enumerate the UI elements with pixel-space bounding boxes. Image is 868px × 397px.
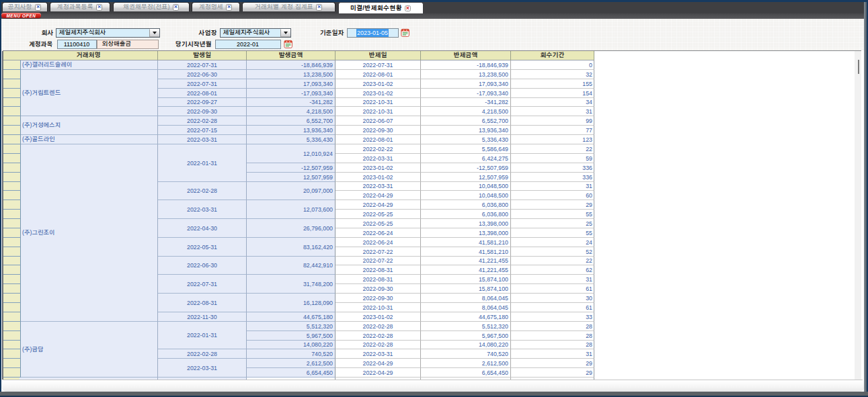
- tab-close-icon[interactable]: ×: [226, 4, 233, 11]
- days-cell[interactable]: 31: [511, 182, 594, 191]
- vendor-cell[interactable]: (주)골드라인: [19, 135, 158, 144]
- column-header-vendor[interactable]: 거래처명: [19, 51, 158, 60]
- days-cell[interactable]: 29: [511, 368, 594, 378]
- row-selector-cell[interactable]: [3, 173, 21, 182]
- days-cell[interactable]: 336: [511, 163, 594, 173]
- repay-amount-cell[interactable]: 5,336,430: [421, 135, 511, 144]
- occur-amount-cell[interactable]: 6,654,450: [247, 368, 336, 378]
- occur-amount-cell[interactable]: 82,442,910: [247, 257, 336, 275]
- row-selector-cell[interactable]: [3, 210, 21, 219]
- row-selector-cell[interactable]: [3, 182, 21, 191]
- row-selector-cell[interactable]: [3, 219, 21, 228]
- occur-date-cell[interactable]: 2022-09-30: [158, 107, 247, 116]
- repay-amount-cell[interactable]: 15,874,100: [421, 284, 511, 294]
- days-cell[interactable]: 29: [511, 359, 594, 368]
- days-cell[interactable]: 22: [511, 144, 594, 154]
- repay-amount-cell[interactable]: -18,846,939: [421, 60, 511, 70]
- column-header-occur_amount[interactable]: 발생금액: [247, 51, 336, 60]
- row-selector-cell[interactable]: [3, 238, 21, 247]
- occur-date-cell[interactable]: 2022-07-31: [158, 275, 247, 294]
- repay-amount-cell[interactable]: 14,080,220: [421, 341, 511, 349]
- row-selector-cell[interactable]: [3, 359, 21, 368]
- occur-date-cell[interactable]: 2022-07-31: [158, 60, 247, 70]
- row-selector-cell[interactable]: [3, 265, 21, 275]
- repay-date-cell[interactable]: 2022-05-25: [336, 210, 421, 219]
- days-cell[interactable]: 30: [511, 294, 594, 303]
- row-selector-cell[interactable]: [3, 135, 21, 144]
- repay-date-cell[interactable]: 2022-09-30: [336, 284, 421, 294]
- occur-date-cell[interactable]: 2022-11-30: [158, 312, 247, 322]
- start-month-input[interactable]: 2022-01: [215, 40, 281, 49]
- repay-amount-cell[interactable]: -12,507,959: [421, 163, 511, 173]
- repay-amount-cell[interactable]: 4,218,500: [421, 107, 511, 116]
- repay-amount-cell[interactable]: 5,967,500: [421, 331, 511, 341]
- repay-amount-cell[interactable]: 2,612,500: [421, 359, 511, 368]
- repay-amount-cell[interactable]: 41,581,210: [421, 238, 511, 247]
- days-cell[interactable]: 29: [511, 200, 594, 210]
- tab-4[interactable]: 계정명세×: [192, 2, 240, 11]
- repay-date-cell[interactable]: 2022-08-31: [336, 265, 421, 275]
- repay-date-cell[interactable]: 2022-10-31: [336, 303, 421, 312]
- days-cell[interactable]: 28: [511, 322, 594, 331]
- row-selector-cell[interactable]: [3, 284, 21, 294]
- repay-date-cell[interactable]: 2022-04-29: [336, 200, 421, 210]
- row-selector-cell[interactable]: [3, 154, 21, 163]
- days-cell[interactable]: 31: [511, 275, 594, 284]
- occur-amount-cell[interactable]: -12,507,959: [247, 163, 336, 173]
- repay-amount-cell[interactable]: 15,874,100: [421, 275, 511, 284]
- occur-date-cell[interactable]: 2022-03-31: [158, 359, 247, 378]
- account-code-input[interactable]: 11100410: [57, 40, 97, 49]
- row-selector-cell[interactable]: [3, 79, 21, 89]
- base-date-calendar-icon[interactable]: [401, 28, 409, 37]
- occur-date-cell[interactable]: 2022-05-31: [158, 238, 247, 257]
- company-select[interactable]: 제일제지주식회사: [56, 28, 160, 38]
- row-selector-cell[interactable]: [3, 341, 21, 349]
- row-selector-cell[interactable]: [3, 303, 21, 312]
- days-cell[interactable]: 99: [511, 116, 594, 126]
- repay-amount-cell[interactable]: -17,093,340: [421, 89, 511, 98]
- occur-amount-cell[interactable]: 44,675,180: [247, 312, 336, 322]
- repay-amount-cell[interactable]: 6,654,450: [421, 368, 511, 378]
- repay-amount-cell[interactable]: 740,520: [421, 349, 511, 359]
- days-cell[interactable]: 32: [511, 70, 594, 79]
- occur-amount-cell[interactable]: 17,093,340: [247, 79, 336, 89]
- start-month-calendar-icon[interactable]: [284, 40, 292, 48]
- vendor-cell[interactable]: (주)거성에스지: [19, 116, 158, 135]
- occur-amount-cell[interactable]: 5,967,500: [247, 331, 336, 341]
- column-header-occur_date[interactable]: 발생일: [158, 51, 247, 60]
- days-cell[interactable]: 52: [511, 247, 594, 257]
- occur-amount-cell[interactable]: -17,093,340: [247, 89, 336, 98]
- site-dropdown-button[interactable]: [280, 29, 290, 37]
- occur-date-cell[interactable]: 2022-09-27: [158, 98, 247, 107]
- column-header-selector[interactable]: [3, 51, 21, 60]
- days-cell[interactable]: 33: [511, 312, 594, 322]
- vendor-cell[interactable]: (주)거림트렌드: [19, 70, 158, 116]
- site-select[interactable]: 제일제지주식회사: [220, 28, 291, 38]
- row-selector-cell[interactable]: [3, 275, 21, 284]
- days-cell[interactable]: 31: [511, 349, 594, 359]
- occur-date-cell[interactable]: 2022-07-31: [158, 79, 247, 89]
- days-cell[interactable]: 77: [511, 126, 594, 135]
- tab-5[interactable]: 거래처별 계정 집계표×: [242, 2, 336, 11]
- repay-amount-cell[interactable]: 12,507,959: [421, 173, 511, 182]
- days-cell[interactable]: 62: [511, 265, 594, 275]
- row-selector-cell[interactable]: [3, 60, 21, 70]
- column-header-repay_date[interactable]: 반제일: [336, 51, 421, 60]
- occur-amount-cell[interactable]: 26,796,000: [247, 219, 336, 238]
- repay-date-cell[interactable]: 2022-03-31: [336, 182, 421, 191]
- repay-date-cell[interactable]: 2022-03-31: [336, 349, 421, 359]
- days-cell[interactable]: 0: [511, 60, 594, 70]
- repay-date-cell[interactable]: 2022-10-31: [336, 107, 421, 116]
- days-cell[interactable]: 31: [511, 107, 594, 116]
- repay-amount-cell[interactable]: 6,552,700: [421, 116, 511, 126]
- repay-amount-cell[interactable]: 5,512,320: [421, 322, 511, 331]
- days-cell[interactable]: 55: [511, 228, 594, 238]
- repay-amount-cell[interactable]: 10,048,500: [421, 191, 511, 200]
- repay-amount-cell[interactable]: 41,581,210: [421, 247, 511, 257]
- days-cell[interactable]: 55: [511, 210, 594, 219]
- occur-amount-cell[interactable]: 20,097,000: [247, 182, 336, 200]
- days-cell[interactable]: 22: [511, 257, 594, 265]
- days-cell[interactable]: 123: [511, 135, 594, 144]
- row-selector-cell[interactable]: [3, 200, 21, 210]
- repay-date-cell[interactable]: 2022-07-31: [336, 60, 421, 70]
